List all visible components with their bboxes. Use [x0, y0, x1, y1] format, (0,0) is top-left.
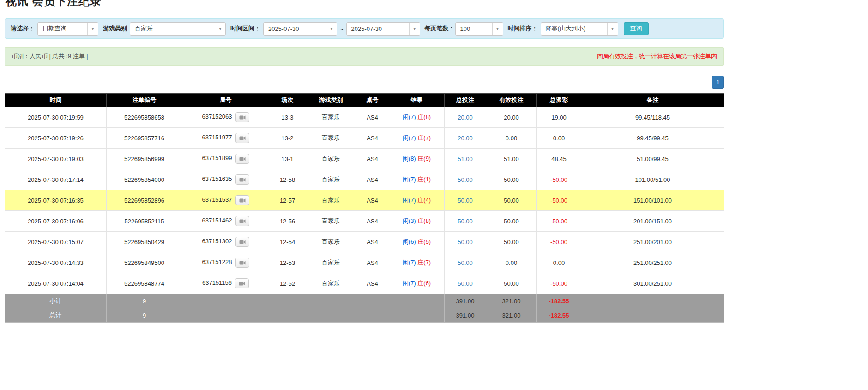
result-banker: 庄(8) — [417, 217, 431, 224]
cell-note: 251.00/201.00 — [581, 232, 724, 252]
page-button-1[interactable]: 1 — [712, 76, 724, 89]
result-banker: 庄(7) — [417, 259, 431, 266]
cell-time: 2025-07-30 07:19:03 — [5, 149, 107, 169]
result-player: 闲(6) — [403, 238, 416, 245]
result-player: 闲(7) — [403, 197, 416, 204]
table-row: 2025-07-30 07:14:33 522695849500 6371512… — [5, 252, 724, 273]
chevron-down-icon[interactable]: ▼ — [607, 23, 618, 35]
cell-payout: 0.00 — [537, 128, 581, 149]
time-range-label: 时间区间： — [230, 24, 260, 33]
total-bet-link[interactable]: 51.00 — [458, 156, 473, 162]
total-bet-link[interactable]: 50.00 — [458, 259, 473, 266]
date-from-select[interactable]: 2025-07-30 ▼ — [263, 22, 337, 36]
page-size-label: 每页笔数 : — [425, 24, 452, 33]
result-player: 闲(7) — [403, 134, 416, 141]
replay-button[interactable] — [235, 174, 249, 185]
cell-game-type: 百家乐 — [306, 190, 356, 211]
cell-bet-id: 522695848774 — [107, 273, 182, 294]
round-id-text: 637151462 — [202, 217, 232, 224]
total-bet-link[interactable]: 50.00 — [458, 280, 473, 287]
round-id-text: 637151899 — [202, 155, 232, 162]
game-type-label: 游戏类别 — [103, 24, 127, 33]
cell-game-type: 百家乐 — [306, 169, 356, 190]
replay-button[interactable] — [235, 258, 249, 268]
replay-button[interactable] — [235, 195, 249, 205]
cell-session: 12-57 — [269, 190, 306, 211]
chevron-down-icon[interactable]: ▼ — [409, 23, 420, 35]
cell-table-no: AS4 — [356, 107, 389, 128]
page-size-value: 100 — [456, 23, 492, 35]
cell-note: 99.45/118.45 — [581, 107, 724, 128]
sort-select[interactable]: 降幂(由大到小) ▼ — [541, 22, 618, 36]
result-banker: 庄(9) — [417, 155, 431, 162]
cell-round-id: 637151537 — [182, 190, 269, 211]
total-bet-link[interactable]: 50.00 — [458, 218, 473, 225]
cell-round-id: 637151635 — [182, 169, 269, 190]
total-total-bet: 391.00 — [445, 308, 486, 323]
pagination: 1 — [5, 76, 724, 89]
tilde-separator: ~ — [340, 25, 344, 32]
cell-valid-bet: 50.00 — [486, 169, 537, 190]
total-bet-link[interactable]: 50.00 — [458, 239, 473, 246]
total-bet-link[interactable]: 20.00 — [458, 114, 473, 121]
cell-bet-id: 522695849500 — [107, 252, 182, 273]
query-mode-value: 日期查询 — [38, 23, 87, 35]
chevron-down-icon[interactable]: ▼ — [326, 23, 337, 35]
replay-button[interactable] — [235, 216, 249, 226]
header-game-type: 游戏类别 — [306, 94, 356, 107]
query-mode-select[interactable]: 日期查询 ▼ — [37, 22, 98, 36]
replay-button[interactable] — [235, 133, 249, 143]
round-id-text: 637151977 — [202, 134, 232, 141]
select-label: 请选择： — [11, 24, 35, 33]
sort-value: 降幂(由大到小) — [541, 23, 607, 35]
result-player: 闲(7) — [403, 280, 416, 287]
query-button[interactable]: 查询 — [624, 22, 649, 35]
cell-note: 101.00/51.00 — [581, 169, 724, 190]
cell-game-type: 百家乐 — [306, 252, 356, 273]
round-id-text: 637152063 — [202, 113, 232, 120]
cell-game-type: 百家乐 — [306, 107, 356, 128]
table-row: 2025-07-30 07:14:04 522695848774 6371511… — [5, 273, 724, 294]
page-size-select[interactable]: 100 ▼ — [455, 22, 503, 36]
chevron-down-icon[interactable]: ▼ — [492, 23, 503, 35]
cell-result: 闲(8) 庄(9) — [389, 149, 445, 169]
subtotal-valid-bet: 321.00 — [486, 294, 537, 308]
cell-session: 12-53 — [269, 252, 306, 273]
header-bet-id: 注单编号 — [107, 94, 182, 107]
replay-button[interactable] — [235, 112, 249, 122]
cell-result: 闲(3) 庄(8) — [389, 211, 445, 232]
bet-records-table: 时间 注单编号 局号 场次 游戏类别 桌号 结果 总投注 有效投注 总派彩 备注… — [5, 93, 724, 323]
cell-time: 2025-07-30 07:19:59 — [5, 107, 107, 128]
cell-table-no: AS4 — [356, 149, 389, 169]
total-bet-link[interactable]: 20.00 — [458, 135, 473, 142]
cell-time: 2025-07-30 07:17:14 — [5, 169, 107, 190]
chevron-down-icon[interactable]: ▼ — [87, 23, 98, 35]
replay-button[interactable] — [235, 237, 249, 247]
page-wrapper: 视讯 会员下注纪录 请选择： 日期查询 ▼ 游戏类别 百家乐 ▼ 时间区间： 2… — [0, 0, 729, 323]
cell-payout: -50.00 — [537, 169, 581, 190]
replay-button[interactable] — [235, 278, 249, 288]
cell-time: 2025-07-30 07:19:26 — [5, 128, 107, 149]
cell-table-no: AS4 — [356, 211, 389, 232]
cell-time: 2025-07-30 07:15:07 — [5, 232, 107, 252]
cell-total-bet: 50.00 — [445, 190, 486, 211]
cell-payout: -50.00 — [537, 232, 581, 252]
cell-payout: -50.00 — [537, 190, 581, 211]
cell-total-bet: 50.00 — [445, 273, 486, 294]
video-replay-icon — [239, 136, 246, 141]
date-to-select[interactable]: 2025-07-30 ▼ — [346, 22, 420, 36]
round-id-text: 637151228 — [202, 258, 232, 265]
cell-valid-bet: 0.00 — [486, 252, 537, 273]
total-bet-link[interactable]: 50.00 — [458, 176, 473, 183]
subtotal-label: 小计 — [5, 294, 107, 308]
table-row: 2025-07-30 07:19:03 522695856999 6371518… — [5, 149, 724, 169]
cell-game-type: 百家乐 — [306, 211, 356, 232]
total-bet-link[interactable]: 50.00 — [458, 197, 473, 204]
replay-button[interactable] — [235, 154, 249, 164]
game-type-select[interactable]: 百家乐 ▼ — [130, 22, 226, 36]
cell-total-bet: 51.00 — [445, 149, 486, 169]
cell-payout: 0.00 — [537, 252, 581, 273]
header-table-no: 桌号 — [356, 94, 389, 107]
chevron-down-icon[interactable]: ▼ — [215, 23, 225, 35]
cell-total-bet: 50.00 — [445, 252, 486, 273]
